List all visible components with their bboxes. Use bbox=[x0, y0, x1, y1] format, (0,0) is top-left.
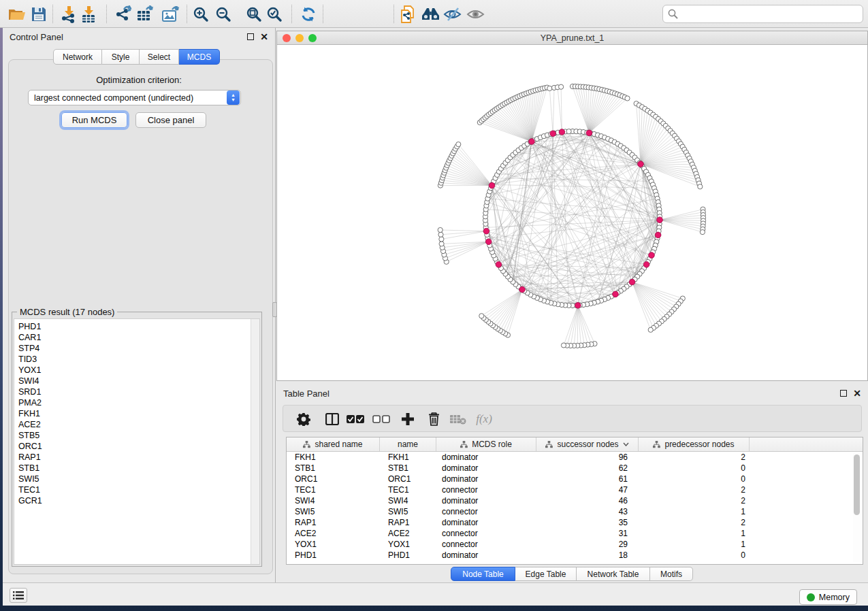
table-row[interactable]: ACE2ACE2connector311 bbox=[287, 528, 863, 539]
import-network-button[interactable] bbox=[59, 4, 79, 24]
network-hub-node[interactable] bbox=[575, 303, 581, 309]
network-hub-node[interactable] bbox=[485, 239, 492, 245]
zoom-selected-button[interactable] bbox=[264, 4, 285, 24]
table-scrollbar-thumb[interactable] bbox=[854, 455, 860, 515]
search-box[interactable] bbox=[662, 5, 863, 23]
table-row[interactable]: ORC1ORC1dominator610 bbox=[287, 474, 863, 484]
close-panel-button[interactable]: Close panel bbox=[135, 112, 206, 128]
show-all-button[interactable] bbox=[465, 4, 485, 24]
tab-motifs[interactable]: Motifs bbox=[650, 567, 693, 581]
network-hub-node[interactable] bbox=[519, 286, 526, 293]
network-hub-node[interactable] bbox=[550, 131, 556, 137]
tab-node-table[interactable]: Node Table bbox=[451, 567, 515, 581]
network-hub-node[interactable] bbox=[643, 262, 649, 268]
list-item[interactable]: CAR1 bbox=[18, 332, 259, 343]
table-panel-close-icon[interactable]: ✕ bbox=[853, 390, 861, 397]
table-row[interactable]: RAP1RAP1dominator352 bbox=[287, 517, 863, 528]
add-column-button[interactable] bbox=[396, 406, 419, 433]
zoom-in-button[interactable] bbox=[191, 4, 211, 24]
new-network-from-selection-button[interactable] bbox=[398, 4, 419, 24]
zoom-out-button[interactable] bbox=[213, 4, 234, 24]
network-hub-node[interactable] bbox=[586, 130, 592, 136]
table-row[interactable]: STB1STB1dominator620 bbox=[287, 463, 863, 474]
task-history-button[interactable] bbox=[10, 588, 27, 603]
table-row[interactable]: PHD1PHD1dominator180 bbox=[287, 550, 863, 561]
list-item[interactable]: ORC1 bbox=[18, 441, 259, 452]
list-item[interactable]: RAP1 bbox=[18, 452, 259, 463]
network-hub-node[interactable] bbox=[629, 279, 635, 285]
table-scrollbar[interactable] bbox=[853, 452, 861, 562]
criterion-dropdown[interactable]: largest connected component (undirected)… bbox=[28, 90, 241, 105]
list-item[interactable]: ACE2 bbox=[18, 419, 259, 430]
network-hub-node[interactable] bbox=[613, 291, 619, 297]
mcds-result-list[interactable]: PHD1CAR1STP4TID3YOX1SWI4SRD1PMA2FKH1ACE2… bbox=[14, 318, 260, 565]
import-table-button[interactable] bbox=[78, 4, 99, 24]
network-hub-node[interactable] bbox=[483, 228, 489, 234]
deselect-all-button[interactable] bbox=[370, 406, 393, 433]
list-item[interactable]: STB1 bbox=[18, 463, 259, 474]
list-item[interactable]: GCR1 bbox=[18, 495, 259, 506]
column-header-shared-name[interactable]: shared name bbox=[287, 437, 380, 451]
table-row[interactable]: SWI4SWI4dominator462 bbox=[287, 495, 863, 506]
column-header-MCDS-role[interactable]: MCDS role bbox=[436, 437, 536, 451]
delete-column-button[interactable] bbox=[422, 406, 445, 433]
open-session-button[interactable] bbox=[7, 4, 27, 24]
list-item[interactable]: STP4 bbox=[18, 343, 259, 354]
search-input[interactable] bbox=[681, 5, 863, 22]
tab-style[interactable]: Style bbox=[102, 49, 140, 65]
network-hub-node[interactable] bbox=[559, 129, 565, 135]
network-hub-node[interactable] bbox=[529, 139, 535, 145]
network-canvas[interactable] bbox=[277, 45, 867, 380]
column-header-successor-nodes[interactable]: successor nodes bbox=[536, 437, 639, 451]
apply-preferred-layout-button[interactable] bbox=[298, 4, 319, 24]
save-session-button[interactable] bbox=[29, 4, 49, 24]
list-item[interactable]: STB5 bbox=[18, 430, 259, 441]
list-item[interactable]: PMA2 bbox=[18, 397, 259, 408]
zoom-window-icon[interactable] bbox=[308, 34, 317, 42]
column-panes-button[interactable] bbox=[321, 406, 344, 433]
list-item[interactable]: YOX1 bbox=[18, 365, 259, 376]
network-hub-node[interactable] bbox=[657, 217, 663, 223]
zoom-fit-content-button[interactable] bbox=[244, 4, 264, 24]
table-panel-float-icon[interactable] bbox=[840, 390, 847, 397]
tab-mcds[interactable]: MCDS bbox=[179, 49, 220, 65]
network-graph[interactable] bbox=[277, 45, 867, 380]
network-hub-node[interactable] bbox=[649, 252, 655, 259]
export-network-button[interactable] bbox=[113, 4, 133, 24]
network-hub-node[interactable] bbox=[496, 262, 502, 268]
table-row[interactable]: YOX1YOX1connector291 bbox=[287, 539, 863, 550]
list-item[interactable]: SWI4 bbox=[18, 376, 259, 386]
network-ring-nodes[interactable] bbox=[438, 84, 706, 348]
list-item[interactable]: SWI5 bbox=[18, 474, 259, 484]
tab-select[interactable]: Select bbox=[140, 49, 179, 65]
tab-network-table[interactable]: Network Table bbox=[577, 567, 650, 581]
hide-selected-button[interactable] bbox=[442, 4, 462, 24]
close-window-icon[interactable] bbox=[283, 34, 291, 42]
list-item[interactable]: TEC1 bbox=[18, 484, 259, 495]
list-item[interactable]: PHD1 bbox=[18, 321, 259, 332]
settings-button[interactable] bbox=[292, 406, 315, 433]
minimize-window-icon[interactable] bbox=[295, 34, 304, 42]
control-panel-float-icon[interactable] bbox=[247, 33, 254, 40]
table-row[interactable]: FKH1FKH1dominator962 bbox=[287, 452, 863, 463]
select-all-button[interactable] bbox=[344, 406, 367, 433]
run-mcds-button[interactable]: Run MCDS bbox=[61, 112, 127, 128]
network-hub-node[interactable] bbox=[638, 161, 644, 167]
table-row[interactable]: SWI5SWI5connector431 bbox=[287, 506, 863, 517]
network-window-titlebar[interactable]: YPA_prune.txt_1 bbox=[277, 31, 867, 45]
list-item[interactable]: SRD1 bbox=[18, 386, 259, 397]
mcds-list-scrollbar[interactable] bbox=[251, 319, 259, 564]
tab-edge-table[interactable]: Edge Table bbox=[515, 567, 577, 581]
network-hub-node[interactable] bbox=[655, 232, 661, 238]
export-table-button[interactable] bbox=[135, 4, 155, 24]
table-row[interactable]: TEC1TEC1connector472 bbox=[287, 484, 863, 495]
column-header-name[interactable]: name bbox=[380, 437, 436, 451]
column-header-predecessor-nodes[interactable]: predecessor nodes bbox=[639, 437, 750, 451]
list-item[interactable]: FKH1 bbox=[18, 408, 259, 419]
control-panel-close-icon[interactable]: ✕ bbox=[260, 33, 268, 40]
tab-network[interactable]: Network bbox=[53, 49, 102, 65]
first-neighbors-button[interactable] bbox=[420, 4, 440, 24]
export-image-button[interactable] bbox=[160, 4, 180, 24]
memory-button[interactable]: Memory bbox=[799, 589, 857, 605]
network-hub-node[interactable] bbox=[489, 182, 495, 188]
